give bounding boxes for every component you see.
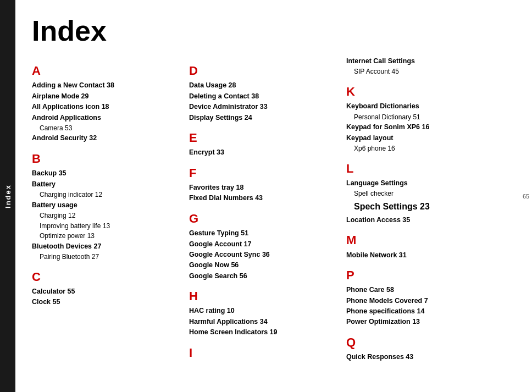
section-letter-Q: Q (346, 335, 492, 350)
index-entry: Airplane Mode 29 (32, 91, 178, 102)
index-entry: Location Access 35 (346, 215, 492, 225)
index-entry: Gesture Typing 51 (189, 228, 335, 239)
index-entry: Google Account 17 (189, 239, 335, 250)
main-content: Index AAdding a New Contact 38Airplane M… (15, 0, 520, 392)
index-columns: AAdding a New Contact 38Airplane Mode 29… (32, 56, 503, 381)
index-entry: Bluetooth Devices 27 (32, 241, 178, 252)
index-entry: Clock 55 (32, 297, 178, 307)
index-entry: Android Applications (32, 113, 178, 123)
index-entry: Keypad layout (346, 133, 492, 143)
index-entry: Camera 53 (32, 123, 178, 134)
column-1: AAdding a New Contact 38Airplane Mode 29… (32, 56, 189, 381)
section-letter-P: P (346, 268, 492, 283)
index-entry: Internet Call Settings (346, 56, 492, 67)
sidebar-tab-label: Index (4, 184, 12, 208)
page-title: Index (32, 16, 503, 45)
index-entry: Battery usage (32, 200, 178, 211)
section-letter-F: F (189, 166, 335, 180)
section-letter-E: E (189, 131, 335, 145)
index-entry: Battery (32, 179, 178, 190)
index-entry: Keypad for Sonim XP6 16 (346, 122, 492, 132)
index-entry: HAC rating 10 (189, 306, 335, 316)
section-letter-M: M (346, 233, 492, 247)
section-letter-D: D (189, 64, 335, 78)
index-entry: Display Settings 24 (189, 113, 335, 123)
index-entry: Favorites tray 18 (189, 183, 335, 193)
index-entry: Harmful Applications 34 (189, 317, 335, 327)
index-entry: Calculator 55 (32, 286, 178, 297)
index-entry: Optimize power 13 (32, 231, 178, 241)
section-letter-B: B (32, 152, 178, 166)
index-entry: Xp6 phone 16 (346, 143, 492, 154)
section-letter-A: A (32, 64, 178, 78)
index-entry: Adding a New Contact 38 (32, 80, 178, 91)
index-entry: Improving battery life 13 (32, 221, 178, 231)
sidebar-tab: Index (0, 0, 15, 392)
index-entry: Power Optimization 13 (346, 317, 492, 327)
page-number: 65 (520, 193, 532, 200)
index-entry: Keyboard Dictionaries (346, 101, 492, 112)
index-entry: SIP Account 45 (346, 67, 492, 77)
index-entry: Deleting a Contact 38 (189, 91, 335, 102)
index-entry: Google Search 56 (189, 271, 335, 281)
index-entry: Home Screen Indicators 19 (189, 327, 335, 338)
index-entry: All Applications icon 18 (32, 102, 178, 112)
column-3: Internet Call SettingsSIP Account 45KKey… (346, 56, 503, 381)
index-entry: Charging 12 (32, 211, 178, 221)
column-2: DData Usage 28Deleting a Contact 38Devic… (189, 56, 346, 381)
index-entry: Data Usage 28 (189, 80, 335, 91)
index-entry: Phone Care 58 (346, 285, 492, 295)
section-letter-H: H (189, 289, 335, 303)
index-entry: Mobile Network 31 (346, 250, 492, 261)
index-entry: Google Account Sync 36 (189, 250, 335, 260)
index-entry: Backup 35 (32, 168, 178, 179)
index-entry: Language Settings (346, 178, 492, 189)
section-letter-G: G (189, 212, 335, 226)
index-entry: Android Security 32 (32, 133, 178, 143)
section-letter-C: C (32, 270, 178, 284)
index-entry: Quick Responses 43 (346, 352, 492, 362)
index-entry: Fixed Dial Numbers 43 (189, 193, 335, 203)
index-entry: Encrypt 33 (189, 147, 335, 158)
section-letter-L: L (346, 162, 492, 176)
index-entry: Device Administrator 33 (189, 102, 335, 112)
index-entry: Phone Models Covered 7 (346, 296, 492, 306)
index-entry: Google Now 56 (189, 260, 335, 270)
index-entry: Spech Settings 23 (346, 199, 492, 215)
index-entry: Phone specifications 14 (346, 306, 492, 317)
index-entry: Pairing Bluetooth 27 (32, 252, 178, 262)
index-entry: Charging indicator 12 (32, 190, 178, 200)
section-letter-K: K (346, 85, 492, 99)
index-entry: Personal Dictionary 51 (346, 112, 492, 123)
index-entry: Spell checker (346, 189, 492, 199)
section-letter-I: I (189, 346, 335, 360)
